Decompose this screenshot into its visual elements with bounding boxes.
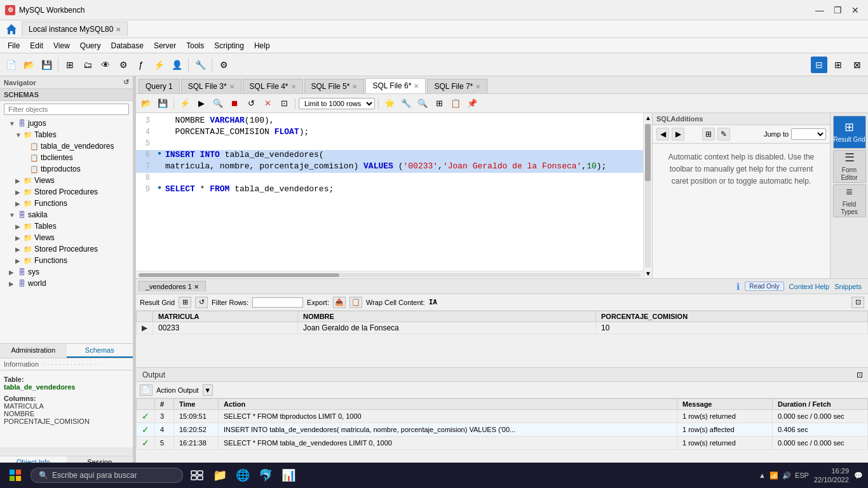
h-scrollbar[interactable]	[0, 447, 133, 455]
sql-tb-stop[interactable]: ⏹	[227, 96, 242, 111]
tree-item-views-jugos[interactable]: ▶ 📁 Views	[0, 175, 133, 186]
scroll-thumb-v[interactable]	[645, 124, 651, 181]
tb-layout2[interactable]: ⊞	[830, 57, 846, 73]
menu-file[interactable]: File	[3, 40, 25, 51]
menu-edit[interactable]: Edit	[25, 40, 48, 51]
taskbar-excel[interactable]: 📊	[280, 466, 297, 484]
context-help-link[interactable]: Context Help	[789, 283, 830, 290]
menu-help[interactable]: Help	[249, 40, 275, 51]
time-display[interactable]: 16:29 22/10/2022	[814, 466, 849, 485]
tb-new-view[interactable]: 👁	[97, 57, 114, 73]
tree-item-sys[interactable]: ▶ 🗄 sys	[0, 266, 133, 278]
sql-tb-cancel[interactable]: ✕	[260, 96, 275, 111]
nav-tab-admin[interactable]: Administration	[0, 344, 67, 358]
sa-next-btn[interactable]: ▶	[672, 128, 684, 140]
results-tab-vendedores[interactable]: _vendedores 1 ✕	[139, 281, 206, 292]
tab-close-file3[interactable]: ✕	[229, 83, 234, 90]
tree-item-functions-jugos[interactable]: ▶ 📁 Functions	[0, 198, 133, 209]
output-dropdown-btn[interactable]: ▼	[203, 384, 213, 396]
sql-tb-toggle[interactable]: ⊡	[276, 96, 292, 111]
tree-item-tbproductos[interactable]: 📋 tbproductos	[0, 163, 133, 175]
sql-tb-format[interactable]: 🔧	[398, 96, 414, 111]
export-csv-btn[interactable]: 📋	[349, 297, 362, 308]
navigator-refresh-icon[interactable]: ↺	[123, 78, 129, 86]
taskbar-workbench[interactable]: 🐬	[257, 466, 275, 484]
sql-tab-file7[interactable]: SQL File 7* ✕	[427, 79, 487, 93]
sql-tb-open[interactable]: 📂	[139, 96, 154, 111]
sql-tb-refresh[interactable]: ↺	[243, 96, 259, 111]
limit-select[interactable]: Limit to 1000 rows	[299, 98, 375, 109]
tree-item-tables-jugos[interactable]: ▼ 📁 Tables	[0, 129, 133, 140]
sql-tb-paste[interactable]: 📌	[465, 96, 480, 111]
tab-close-file5[interactable]: ✕	[352, 83, 357, 90]
sql-tab-file4[interactable]: SQL File 4* ✕	[243, 79, 303, 93]
sql-tb-copy[interactable]: 📋	[448, 96, 463, 111]
tb-new-table[interactable]: 🗂	[79, 57, 96, 73]
results-tab-close[interactable]: ✕	[194, 283, 199, 290]
search-input[interactable]	[4, 104, 129, 115]
tree-item-tables-sakila[interactable]: ▶ 📁 Tables	[0, 220, 133, 232]
sql-tb-execute[interactable]: ⚡	[177, 96, 193, 111]
tb-action1[interactable]: 🔧	[192, 57, 208, 73]
sql-tb-save[interactable]: 💾	[155, 96, 170, 111]
tree-item-jugos[interactable]: ▼ 🗄 jugos	[0, 118, 133, 129]
menu-view[interactable]: View	[48, 40, 75, 51]
tree-item-tabla-vendedores[interactable]: 📋 tabla_de_vendedores	[0, 140, 133, 152]
menu-tools[interactable]: Tools	[181, 40, 209, 51]
tree-item-world[interactable]: ▶ 🗄 world	[0, 278, 133, 289]
tb-new-trigger[interactable]: ⚡	[151, 57, 167, 73]
tree-item-storedprocs-sakila[interactable]: ▶ 📁 Stored Procedures	[0, 243, 133, 255]
rs-result-grid-btn[interactable]: ⊞ Result Grid	[833, 116, 866, 149]
tb-new-user[interactable]: 👤	[168, 57, 185, 73]
scroll-thumb[interactable]	[139, 273, 339, 277]
editor-v-scrollbar[interactable]: ▲ ▼	[643, 113, 652, 278]
taskbar-file-explorer[interactable]: 📁	[211, 466, 229, 484]
sql-tb-explain[interactable]: 🔍	[210, 96, 226, 111]
export-btn[interactable]: 📤	[333, 297, 346, 308]
sa-jump-select[interactable]	[791, 128, 826, 140]
instance-tab[interactable]: Local instance MySQL80 ✕	[22, 22, 128, 36]
sql-tab-file3[interactable]: SQL File 3* ✕	[181, 79, 241, 93]
editor-content[interactable]: 3 NOMBRE VARCHAR(100), 4 PORCENTAJE_COMI…	[136, 113, 643, 271]
output-expand-icon[interactable]: ⊡	[857, 370, 865, 379]
close-button[interactable]: ✕	[848, 4, 863, 17]
results-refresh-btn[interactable]: ↺	[195, 297, 208, 308]
sql-tb-execute-sel[interactable]: ▶	[194, 96, 209, 111]
sql-tb-bookmark[interactable]: ⭐	[382, 96, 397, 111]
tree-item-storedprocs-jugos[interactable]: ▶ 📁 Stored Procedures	[0, 186, 133, 198]
results-maximize-btn[interactable]: ⊡	[851, 297, 864, 308]
tree-item-sakila[interactable]: ▼ 🗄 sakila	[0, 209, 133, 220]
sa-action2-btn[interactable]: ✎	[717, 128, 730, 140]
tb-new-func[interactable]: ƒ	[133, 57, 149, 73]
sql-tab-file6[interactable]: SQL File 6* ✕	[365, 78, 426, 93]
sa-prev-btn[interactable]: ◀	[656, 128, 669, 140]
taskbar-edge[interactable]: 🌐	[234, 466, 252, 484]
sql-tb-col[interactable]: ⊞	[431, 96, 447, 111]
tree-item-functions-sakila[interactable]: ▶ 📁 Functions	[0, 255, 133, 266]
nav-tab-schemas[interactable]: Schemas	[67, 344, 133, 358]
tb-new-file[interactable]: 📄	[3, 57, 19, 73]
tb-save[interactable]: 💾	[38, 57, 55, 73]
taskbar-task-view[interactable]	[188, 466, 206, 484]
tb-open-file[interactable]: 📂	[20, 57, 37, 73]
start-button[interactable]	[5, 465, 25, 485]
menu-server[interactable]: Server	[149, 40, 181, 51]
sql-tab-file5[interactable]: SQL File 5* ✕	[304, 79, 365, 93]
tree-item-views-sakila[interactable]: ▶ 📁 Views	[0, 232, 133, 243]
tb-layout1[interactable]: ⊟	[811, 57, 827, 73]
filter-rows-input[interactable]	[252, 297, 303, 308]
tab-close-file4[interactable]: ✕	[291, 83, 296, 90]
sql-editor[interactable]: 3 NOMBRE VARCHAR(100), 4 PORCENTAJE_COMI…	[136, 113, 643, 278]
menu-scripting[interactable]: Scripting	[209, 40, 249, 51]
tab-close-file6[interactable]: ✕	[414, 83, 419, 90]
tray-notification[interactable]: 💬	[854, 471, 863, 480]
tree-item-tbclientes[interactable]: 📋 tbclientes	[0, 152, 133, 163]
menu-database[interactable]: Database	[106, 40, 149, 51]
scroll-up-btn[interactable]: ▲	[644, 113, 652, 123]
rs-field-types-btn[interactable]: ≡ Field Types	[833, 184, 866, 217]
output-new-btn[interactable]: 📄	[140, 384, 153, 396]
snippets-link[interactable]: Snippets	[834, 283, 862, 290]
tray-up-icon[interactable]: ▲	[759, 471, 766, 479]
editor-h-scrollbar[interactable]	[136, 271, 643, 278]
sql-tab-query1[interactable]: Query 1	[139, 79, 180, 93]
